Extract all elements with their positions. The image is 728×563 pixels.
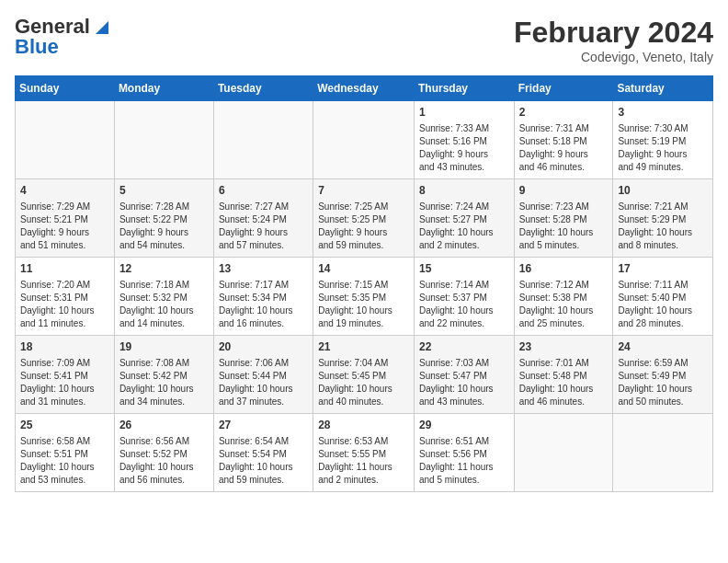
calendar-header-row: SundayMondayTuesdayWednesdayThursdayFrid… [16, 76, 713, 101]
calendar-cell: 28Sunrise: 6:53 AM Sunset: 5:55 PM Dayli… [313, 414, 415, 492]
header-tuesday: Tuesday [213, 76, 313, 101]
day-number: 5 [119, 183, 209, 199]
day-number: 3 [618, 105, 708, 121]
calendar-cell [114, 101, 213, 179]
page-header: General Blue February 2024 Codevigo, Ven… [15, 15, 713, 64]
day-info: Sunrise: 7:01 AM Sunset: 5:48 PM Dayligh… [519, 357, 609, 408]
day-info: Sunrise: 7:30 AM Sunset: 5:19 PM Dayligh… [618, 122, 708, 174]
day-info: Sunrise: 7:09 AM Sunset: 5:41 PM Dayligh… [20, 357, 109, 408]
day-number: 16 [519, 261, 609, 277]
calendar-cell: 20Sunrise: 7:06 AM Sunset: 5:44 PM Dayli… [213, 336, 313, 414]
calendar-cell [514, 414, 613, 492]
day-number: 8 [419, 183, 509, 199]
day-info: Sunrise: 7:14 AM Sunset: 5:37 PM Dayligh… [419, 279, 509, 330]
calendar-week-row: 4Sunrise: 7:29 AM Sunset: 5:21 PM Daylig… [16, 179, 713, 258]
calendar-cell: 26Sunrise: 6:56 AM Sunset: 5:52 PM Dayli… [114, 414, 213, 492]
day-number: 23 [519, 339, 609, 355]
calendar-cell: 8Sunrise: 7:24 AM Sunset: 5:27 PM Daylig… [414, 179, 514, 258]
location: Codevigo, Veneto, Italy [514, 50, 713, 64]
header-saturday: Saturday [613, 76, 713, 101]
calendar-cell: 6Sunrise: 7:27 AM Sunset: 5:24 PM Daylig… [213, 179, 313, 258]
day-number: 9 [519, 183, 609, 199]
calendar-cell [313, 101, 415, 179]
header-wednesday: Wednesday [313, 76, 415, 101]
day-number: 4 [20, 183, 109, 199]
day-info: Sunrise: 7:08 AM Sunset: 5:42 PM Dayligh… [119, 357, 209, 408]
day-number: 12 [119, 261, 209, 277]
calendar-week-row: 18Sunrise: 7:09 AM Sunset: 5:41 PM Dayli… [16, 336, 713, 414]
calendar-cell: 22Sunrise: 7:03 AM Sunset: 5:47 PM Dayli… [414, 336, 514, 414]
calendar-cell: 18Sunrise: 7:09 AM Sunset: 5:41 PM Dayli… [16, 336, 115, 414]
day-info: Sunrise: 7:24 AM Sunset: 5:27 PM Dayligh… [419, 201, 509, 252]
day-info: Sunrise: 7:18 AM Sunset: 5:32 PM Dayligh… [119, 279, 209, 330]
calendar-cell: 7Sunrise: 7:25 AM Sunset: 5:25 PM Daylig… [313, 179, 415, 258]
calendar-cell: 24Sunrise: 6:59 AM Sunset: 5:49 PM Dayli… [613, 336, 713, 414]
header-friday: Friday [514, 76, 613, 101]
calendar-cell: 23Sunrise: 7:01 AM Sunset: 5:48 PM Dayli… [514, 336, 613, 414]
calendar-cell: 5Sunrise: 7:28 AM Sunset: 5:22 PM Daylig… [114, 179, 213, 258]
day-info: Sunrise: 7:20 AM Sunset: 5:31 PM Dayligh… [20, 279, 109, 330]
day-number: 17 [618, 261, 708, 277]
day-number: 21 [318, 339, 409, 355]
day-info: Sunrise: 7:31 AM Sunset: 5:18 PM Dayligh… [519, 122, 609, 174]
day-info: Sunrise: 7:12 AM Sunset: 5:38 PM Dayligh… [519, 279, 609, 330]
calendar-week-row: 1Sunrise: 7:33 AM Sunset: 5:16 PM Daylig… [16, 101, 713, 179]
day-info: Sunrise: 6:53 AM Sunset: 5:55 PM Dayligh… [318, 435, 409, 487]
calendar-cell: 29Sunrise: 6:51 AM Sunset: 5:56 PM Dayli… [414, 414, 514, 492]
calendar-cell: 12Sunrise: 7:18 AM Sunset: 5:32 PM Dayli… [114, 258, 213, 336]
day-info: Sunrise: 7:27 AM Sunset: 5:24 PM Dayligh… [219, 201, 308, 252]
day-info: Sunrise: 7:21 AM Sunset: 5:29 PM Dayligh… [618, 201, 708, 252]
day-number: 10 [618, 183, 708, 199]
calendar-table: SundayMondayTuesdayWednesdayThursdayFrid… [15, 75, 713, 492]
calendar-cell: 27Sunrise: 6:54 AM Sunset: 5:54 PM Dayli… [213, 414, 313, 492]
day-info: Sunrise: 7:33 AM Sunset: 5:16 PM Dayligh… [419, 122, 509, 174]
calendar-cell: 19Sunrise: 7:08 AM Sunset: 5:42 PM Dayli… [114, 336, 213, 414]
calendar-cell [213, 101, 313, 179]
day-number: 27 [219, 418, 308, 433]
calendar-cell: 9Sunrise: 7:23 AM Sunset: 5:28 PM Daylig… [514, 179, 613, 258]
day-number: 1 [419, 105, 509, 121]
day-number: 13 [219, 261, 308, 277]
day-number: 22 [419, 339, 509, 355]
day-number: 28 [318, 418, 409, 433]
day-info: Sunrise: 7:23 AM Sunset: 5:28 PM Dayligh… [519, 201, 609, 252]
day-info: Sunrise: 7:04 AM Sunset: 5:45 PM Dayligh… [318, 357, 409, 408]
day-number: 6 [219, 183, 308, 199]
calendar-cell: 14Sunrise: 7:15 AM Sunset: 5:35 PM Dayli… [313, 258, 415, 336]
day-info: Sunrise: 6:54 AM Sunset: 5:54 PM Dayligh… [219, 435, 308, 487]
logo: General Blue [15, 15, 112, 59]
header-monday: Monday [114, 76, 213, 101]
header-thursday: Thursday [414, 76, 514, 101]
header-sunday: Sunday [16, 76, 115, 101]
day-info: Sunrise: 7:15 AM Sunset: 5:35 PM Dayligh… [318, 279, 409, 330]
day-number: 24 [618, 339, 708, 355]
calendar-cell [16, 101, 115, 179]
day-number: 7 [318, 183, 409, 199]
day-number: 15 [419, 261, 509, 277]
day-info: Sunrise: 6:51 AM Sunset: 5:56 PM Dayligh… [419, 435, 509, 487]
day-number: 25 [20, 418, 109, 433]
day-number: 18 [20, 339, 109, 355]
calendar-week-row: 25Sunrise: 6:58 AM Sunset: 5:51 PM Dayli… [16, 414, 713, 492]
day-number: 2 [519, 105, 609, 121]
day-number: 11 [20, 261, 109, 277]
day-info: Sunrise: 6:58 AM Sunset: 5:51 PM Dayligh… [20, 435, 109, 487]
day-info: Sunrise: 7:03 AM Sunset: 5:47 PM Dayligh… [419, 357, 509, 408]
day-info: Sunrise: 7:11 AM Sunset: 5:40 PM Dayligh… [618, 279, 708, 330]
calendar-cell: 4Sunrise: 7:29 AM Sunset: 5:21 PM Daylig… [16, 179, 115, 258]
day-number: 29 [419, 418, 509, 433]
calendar-cell: 10Sunrise: 7:21 AM Sunset: 5:29 PM Dayli… [613, 179, 713, 258]
calendar-cell: 17Sunrise: 7:11 AM Sunset: 5:40 PM Dayli… [613, 258, 713, 336]
calendar-cell: 25Sunrise: 6:58 AM Sunset: 5:51 PM Dayli… [16, 414, 115, 492]
day-info: Sunrise: 7:06 AM Sunset: 5:44 PM Dayligh… [219, 357, 308, 408]
day-number: 14 [318, 261, 409, 277]
calendar-cell: 15Sunrise: 7:14 AM Sunset: 5:37 PM Dayli… [414, 258, 514, 336]
day-info: Sunrise: 6:59 AM Sunset: 5:49 PM Dayligh… [618, 357, 708, 408]
title-block: February 2024 Codevigo, Veneto, Italy [514, 15, 713, 64]
calendar-cell [613, 414, 713, 492]
day-info: Sunrise: 7:25 AM Sunset: 5:25 PM Dayligh… [318, 201, 409, 252]
day-info: Sunrise: 6:56 AM Sunset: 5:52 PM Dayligh… [119, 435, 209, 487]
calendar-cell: 11Sunrise: 7:20 AM Sunset: 5:31 PM Dayli… [16, 258, 115, 336]
day-number: 26 [119, 418, 209, 433]
day-number: 19 [119, 339, 209, 355]
